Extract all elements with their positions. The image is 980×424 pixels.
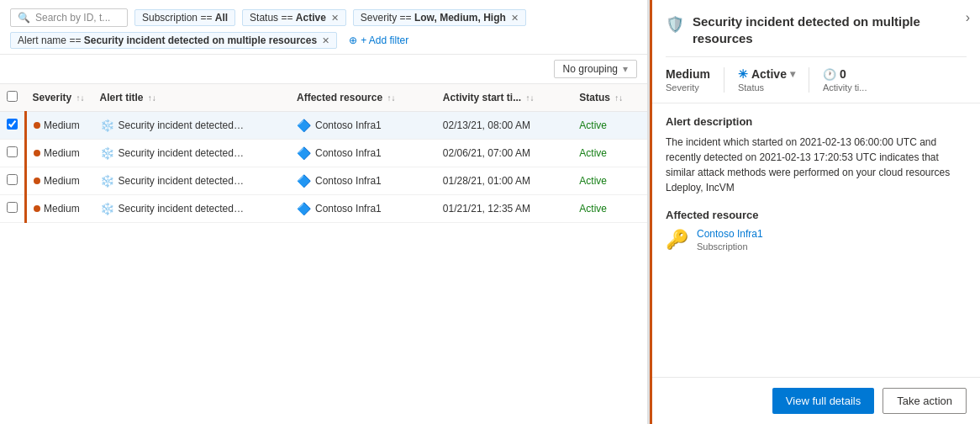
- status-meta-value: ✳ Active ▾: [738, 67, 795, 81]
- activity-start-cell: 01/28/21, 01:00 AM: [436, 167, 572, 195]
- severity-meta: Medium Severity: [666, 67, 724, 93]
- table-row[interactable]: Medium ❄️ Security incident detected on …: [0, 195, 647, 223]
- alert-title-column-header[interactable]: Alert title ↑↓: [93, 84, 291, 112]
- resource-content: 🔷 Contoso Infra1: [297, 174, 429, 188]
- status-spinner-icon: ✳: [738, 67, 748, 81]
- filter-row-2: Alert name == Security incident detected…: [10, 32, 637, 49]
- filter-row-1: 🔍 Search by ID, t... Subscription == All…: [10, 8, 637, 27]
- alert-title-cell: ❄️ Security incident detected on m...: [93, 167, 291, 195]
- severity-filter-close[interactable]: ✕: [511, 13, 519, 24]
- close-panel-button[interactable]: ›: [966, 10, 970, 25]
- row-checkbox-cell[interactable]: [0, 167, 26, 195]
- take-action-button[interactable]: Take action: [883, 388, 967, 414]
- status-dropdown-icon[interactable]: ▾: [790, 68, 795, 80]
- row-checkbox[interactable]: [7, 202, 18, 213]
- add-filter-icon: ⊕: [349, 34, 357, 46]
- status-meta-label: Status: [738, 82, 795, 93]
- alerts-table-container: Severity ↑↓ Alert title ↑↓ Affected reso…: [0, 84, 647, 424]
- alertname-filter-label: Alert name == Security incident detected…: [18, 34, 317, 46]
- status-filter-close[interactable]: ✕: [331, 13, 339, 24]
- search-placeholder: Search by ID, t...: [35, 12, 110, 24]
- resource-cell: 🔷 Contoso Infra1: [290, 195, 436, 223]
- resource-cell: 🔷 Contoso Infra1: [290, 167, 436, 195]
- table-body: Medium ❄️ Security incident detected on …: [0, 112, 647, 223]
- alert-title-cell: ❄️ Security incident detected on m...: [93, 195, 291, 223]
- table-row[interactable]: Medium ❄️ Security incident detected on …: [0, 167, 647, 195]
- row-checkbox-cell[interactable]: [0, 140, 26, 167]
- row-checkbox-cell[interactable]: [0, 112, 26, 140]
- resource-content: 🔷 Contoso Infra1: [297, 119, 429, 132]
- subscription-filter[interactable]: Subscription == All: [134, 9, 235, 26]
- severity-value: Medium: [44, 119, 80, 131]
- alert-title-content: ❄️ Security incident detected on m...: [100, 202, 284, 215]
- key-icon: 🔑: [666, 229, 688, 251]
- alert-snowflake-icon: ❄️: [100, 146, 114, 160]
- table-row[interactable]: Medium ❄️ Security incident detected on …: [0, 140, 647, 167]
- severity-badge: Medium: [34, 119, 80, 131]
- activity-start-sort-icon: ↑↓: [526, 93, 535, 103]
- select-all-header[interactable]: [0, 84, 26, 112]
- grouping-dropdown[interactable]: No grouping ▾: [554, 60, 637, 78]
- view-full-details-button[interactable]: View full details: [772, 388, 874, 414]
- row-checkbox[interactable]: [7, 119, 18, 130]
- resource-cell: 🔷 Contoso Infra1: [290, 112, 436, 140]
- resource-cube-icon: 🔷: [297, 174, 311, 188]
- status-filter-label: Status == Active: [250, 12, 326, 24]
- severity-value: Medium: [44, 147, 80, 159]
- status-column-header[interactable]: Status ↑↓: [572, 84, 647, 112]
- activity-start-column-header[interactable]: Activity start ti... ↑↓: [436, 84, 572, 112]
- resource-name: Contoso Infra1: [315, 119, 382, 131]
- row-checkbox[interactable]: [7, 174, 18, 185]
- grouping-label: No grouping: [563, 63, 618, 75]
- detail-panel-header: › 🛡️ Security incident detected on multi…: [652, 0, 980, 103]
- resource-entry-info: Contoso Infra1 Subscription: [697, 228, 763, 252]
- status-filter[interactable]: Status == Active ✕: [242, 9, 346, 26]
- clock-icon: 🕐: [823, 68, 836, 81]
- status-value: Active: [579, 203, 607, 215]
- row-checkbox-cell[interactable]: [0, 195, 26, 223]
- status-cell: Active: [572, 140, 647, 167]
- affected-resource-title: Affected resource: [666, 209, 967, 221]
- alert-title-cell: ❄️ Security incident detected on m...: [93, 112, 291, 140]
- alert-title-text: Security incident detected on m...: [119, 203, 245, 215]
- alert-title-cell: ❄️ Security incident detected on m...: [93, 140, 291, 167]
- select-all-checkbox[interactable]: [7, 91, 18, 102]
- severity-filter-label: Severity == Low, Medium, High: [361, 12, 506, 24]
- severity-badge: Medium: [34, 203, 80, 215]
- severity-filter[interactable]: Severity == Low, Medium, High ✕: [353, 9, 526, 26]
- severity-indicator: [34, 178, 40, 184]
- security-shield-icon: 🛡️: [666, 15, 684, 34]
- resource-link[interactable]: Contoso Infra1: [697, 228, 763, 240]
- detail-panel-footer: View full details Take action: [652, 377, 980, 424]
- status-sort-icon: ↑↓: [614, 93, 623, 103]
- activity-start-cell: 02/13/21, 08:00 AM: [436, 112, 572, 140]
- status-meta[interactable]: ✳ Active ▾ Status: [738, 67, 809, 93]
- resource-cube-icon: 🔷: [297, 119, 311, 132]
- activity-start-value: 02/06/21, 07:00 AM: [443, 147, 530, 159]
- status-value: Active: [579, 119, 607, 131]
- alert-title-content: ❄️ Security incident detected on m...: [100, 146, 284, 160]
- alert-title-text: Security incident detected on m...: [119, 147, 245, 159]
- table-header-row: Severity ↑↓ Alert title ↑↓ Affected reso…: [0, 84, 647, 112]
- affected-resource-section: Affected resource 🔑 Contoso Infra1 Subsc…: [666, 209, 967, 252]
- severity-cell: Medium: [26, 140, 93, 167]
- activity-time-meta-value: 🕐 0: [823, 67, 867, 81]
- resource-name: Contoso Infra1: [315, 147, 382, 159]
- status-cell: Active: [572, 112, 647, 140]
- search-box[interactable]: 🔍 Search by ID, t...: [10, 8, 128, 27]
- severity-value: Medium: [44, 175, 80, 187]
- resource-content: 🔷 Contoso Infra1: [297, 202, 429, 215]
- alert-title-content: ❄️ Security incident detected on m...: [100, 119, 284, 132]
- severity-indicator: [34, 205, 40, 212]
- activity-start-cell: 01/21/21, 12:35 AM: [436, 195, 572, 223]
- severity-column-header[interactable]: Severity ↑↓: [26, 84, 93, 112]
- status-cell: Active: [572, 167, 647, 195]
- add-filter-button[interactable]: ⊕ + Add filter: [344, 33, 414, 48]
- alertname-filter[interactable]: Alert name == Security incident detected…: [10, 32, 337, 49]
- row-checkbox[interactable]: [7, 146, 18, 157]
- table-row[interactable]: Medium ❄️ Security incident detected on …: [0, 112, 647, 140]
- severity-meta-label: Severity: [666, 82, 710, 93]
- affected-resource-column-header[interactable]: Affected resource ↑↓: [290, 84, 436, 112]
- alertname-filter-close[interactable]: ✕: [322, 35, 329, 46]
- alert-title-text: Security incident detected on m...: [119, 175, 245, 187]
